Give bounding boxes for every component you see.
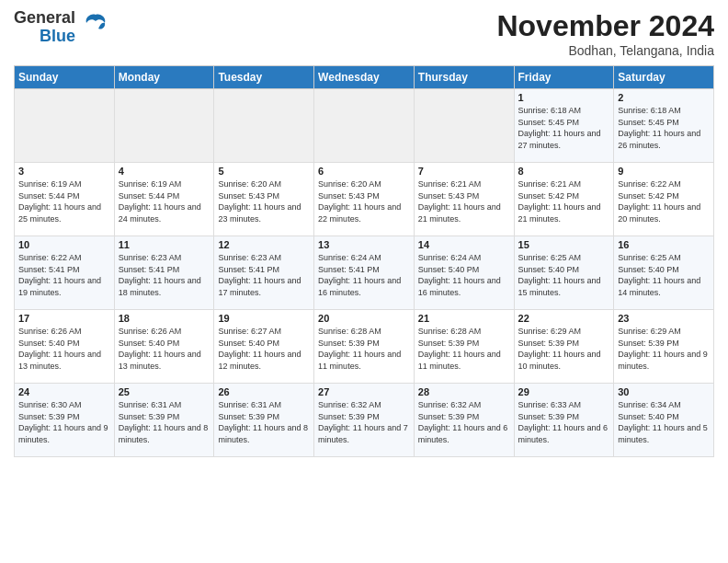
day-info: Sunrise: 6:18 AM Sunset: 5:45 PM Dayligh…: [618, 105, 710, 151]
day-number: 21: [418, 313, 510, 324]
col-wednesday: Wednesday: [314, 66, 415, 89]
calendar-cell: 18Sunrise: 6:26 AM Sunset: 5:40 PM Dayli…: [114, 310, 214, 384]
calendar-cell: 13Sunrise: 6:24 AM Sunset: 5:41 PM Dayli…: [314, 236, 415, 310]
day-number: 23: [618, 313, 710, 324]
col-monday: Monday: [114, 66, 214, 89]
calendar-cell: [15, 89, 115, 163]
calendar-cell: 25Sunrise: 6:31 AM Sunset: 5:39 PM Dayli…: [114, 384, 214, 457]
day-info: Sunrise: 6:18 AM Sunset: 5:45 PM Dayligh…: [518, 105, 610, 151]
calendar-cell: 17Sunrise: 6:26 AM Sunset: 5:40 PM Dayli…: [15, 310, 115, 384]
location: Bodhan, Telangana, India: [496, 43, 714, 58]
calendar-cell: 30Sunrise: 6:34 AM Sunset: 5:40 PM Dayli…: [614, 384, 714, 457]
calendar-cell: 14Sunrise: 6:24 AM Sunset: 5:40 PM Dayli…: [414, 236, 514, 310]
day-number: 19: [218, 313, 310, 324]
day-number: 8: [518, 166, 610, 177]
day-number: 20: [318, 313, 410, 324]
day-number: 16: [618, 239, 710, 250]
day-number: 24: [18, 386, 110, 397]
logo-general: General: [14, 9, 75, 28]
calendar-week-2: 3Sunrise: 6:19 AM Sunset: 5:44 PM Daylig…: [15, 163, 714, 236]
day-number: 11: [119, 239, 210, 250]
calendar-cell: 3Sunrise: 6:19 AM Sunset: 5:44 PM Daylig…: [15, 163, 115, 236]
calendar-cell: 15Sunrise: 6:25 AM Sunset: 5:40 PM Dayli…: [514, 236, 614, 310]
calendar-table: Sunday Monday Tuesday Wednesday Thursday…: [14, 65, 714, 457]
day-info: Sunrise: 6:20 AM Sunset: 5:43 PM Dayligh…: [318, 178, 410, 224]
calendar-cell: 24Sunrise: 6:30 AM Sunset: 5:39 PM Dayli…: [15, 384, 115, 457]
calendar-week-5: 24Sunrise: 6:30 AM Sunset: 5:39 PM Dayli…: [15, 384, 714, 457]
day-info: Sunrise: 6:34 AM Sunset: 5:40 PM Dayligh…: [618, 399, 710, 445]
calendar-cell: [314, 89, 415, 163]
day-info: Sunrise: 6:20 AM Sunset: 5:43 PM Dayligh…: [218, 178, 310, 224]
day-number: 5: [218, 166, 310, 177]
day-number: 1: [518, 92, 610, 103]
day-info: Sunrise: 6:32 AM Sunset: 5:39 PM Dayligh…: [318, 399, 410, 445]
col-tuesday: Tuesday: [214, 66, 314, 89]
calendar-header-row: Sunday Monday Tuesday Wednesday Thursday…: [15, 66, 714, 89]
calendar-cell: 4Sunrise: 6:19 AM Sunset: 5:44 PM Daylig…: [114, 163, 214, 236]
calendar-cell: 19Sunrise: 6:27 AM Sunset: 5:40 PM Dayli…: [214, 310, 314, 384]
header: General Blue November 2024 Bodhan, Telan…: [14, 9, 714, 58]
calendar-cell: 12Sunrise: 6:23 AM Sunset: 5:41 PM Dayli…: [214, 236, 314, 310]
calendar-week-1: 1Sunrise: 6:18 AM Sunset: 5:45 PM Daylig…: [15, 89, 714, 163]
day-info: Sunrise: 6:21 AM Sunset: 5:42 PM Dayligh…: [518, 178, 610, 224]
calendar-cell: 1Sunrise: 6:18 AM Sunset: 5:45 PM Daylig…: [514, 89, 614, 163]
calendar-cell: 26Sunrise: 6:31 AM Sunset: 5:39 PM Dayli…: [214, 384, 314, 457]
day-info: Sunrise: 6:29 AM Sunset: 5:39 PM Dayligh…: [518, 326, 610, 372]
calendar-cell: 10Sunrise: 6:22 AM Sunset: 5:41 PM Dayli…: [15, 236, 115, 310]
day-number: 17: [18, 313, 110, 324]
day-number: 4: [119, 166, 210, 177]
calendar-cell: 5Sunrise: 6:20 AM Sunset: 5:43 PM Daylig…: [214, 163, 314, 236]
day-info: Sunrise: 6:22 AM Sunset: 5:41 PM Dayligh…: [18, 252, 110, 298]
page: General Blue November 2024 Bodhan, Telan…: [0, 0, 728, 563]
day-number: 3: [18, 166, 110, 177]
day-info: Sunrise: 6:26 AM Sunset: 5:40 PM Dayligh…: [18, 326, 110, 372]
day-number: 29: [518, 386, 610, 397]
day-number: 27: [318, 386, 410, 397]
calendar-cell: 7Sunrise: 6:21 AM Sunset: 5:43 PM Daylig…: [414, 163, 514, 236]
calendar-cell: 2Sunrise: 6:18 AM Sunset: 5:45 PM Daylig…: [614, 89, 714, 163]
day-info: Sunrise: 6:31 AM Sunset: 5:39 PM Dayligh…: [119, 399, 210, 445]
day-number: 25: [119, 386, 210, 397]
day-number: 28: [418, 386, 510, 397]
calendar-cell: 6Sunrise: 6:20 AM Sunset: 5:43 PM Daylig…: [314, 163, 415, 236]
calendar-cell: 9Sunrise: 6:22 AM Sunset: 5:42 PM Daylig…: [614, 163, 714, 236]
calendar-cell: 22Sunrise: 6:29 AM Sunset: 5:39 PM Dayli…: [514, 310, 614, 384]
day-number: 10: [18, 239, 110, 250]
day-info: Sunrise: 6:33 AM Sunset: 5:39 PM Dayligh…: [518, 399, 610, 445]
day-info: Sunrise: 6:25 AM Sunset: 5:40 PM Dayligh…: [618, 252, 710, 298]
calendar-cell: 20Sunrise: 6:28 AM Sunset: 5:39 PM Dayli…: [314, 310, 415, 384]
calendar-cell: [414, 89, 514, 163]
col-friday: Friday: [514, 66, 614, 89]
col-sunday: Sunday: [15, 66, 115, 89]
day-info: Sunrise: 6:23 AM Sunset: 5:41 PM Dayligh…: [218, 252, 310, 298]
day-info: Sunrise: 6:32 AM Sunset: 5:39 PM Dayligh…: [418, 399, 510, 445]
calendar-cell: [214, 89, 314, 163]
day-info: Sunrise: 6:28 AM Sunset: 5:39 PM Dayligh…: [418, 326, 510, 372]
day-info: Sunrise: 6:19 AM Sunset: 5:44 PM Dayligh…: [119, 178, 210, 224]
day-number: 18: [119, 313, 210, 324]
calendar-cell: 21Sunrise: 6:28 AM Sunset: 5:39 PM Dayli…: [414, 310, 514, 384]
day-number: 30: [618, 386, 710, 397]
calendar-cell: 27Sunrise: 6:32 AM Sunset: 5:39 PM Dayli…: [314, 384, 415, 457]
title-area: November 2024 Bodhan, Telangana, India: [496, 9, 714, 58]
calendar-week-4: 17Sunrise: 6:26 AM Sunset: 5:40 PM Dayli…: [15, 310, 714, 384]
calendar-week-3: 10Sunrise: 6:22 AM Sunset: 5:41 PM Dayli…: [15, 236, 714, 310]
day-info: Sunrise: 6:29 AM Sunset: 5:39 PM Dayligh…: [618, 326, 710, 372]
day-number: 12: [218, 239, 310, 250]
day-info: Sunrise: 6:25 AM Sunset: 5:40 PM Dayligh…: [518, 252, 610, 298]
calendar-cell: 8Sunrise: 6:21 AM Sunset: 5:42 PM Daylig…: [514, 163, 614, 236]
day-number: 26: [218, 386, 310, 397]
day-number: 9: [618, 166, 710, 177]
day-number: 14: [418, 239, 510, 250]
day-info: Sunrise: 6:26 AM Sunset: 5:40 PM Dayligh…: [119, 326, 210, 372]
logo-bird-icon: [82, 10, 109, 41]
day-info: Sunrise: 6:22 AM Sunset: 5:42 PM Dayligh…: [618, 178, 710, 224]
day-number: 2: [618, 92, 710, 103]
day-info: Sunrise: 6:21 AM Sunset: 5:43 PM Dayligh…: [418, 178, 510, 224]
calendar-cell: 29Sunrise: 6:33 AM Sunset: 5:39 PM Dayli…: [514, 384, 614, 457]
day-info: Sunrise: 6:24 AM Sunset: 5:40 PM Dayligh…: [418, 252, 510, 298]
day-number: 7: [418, 166, 510, 177]
day-info: Sunrise: 6:28 AM Sunset: 5:39 PM Dayligh…: [318, 326, 410, 372]
day-info: Sunrise: 6:30 AM Sunset: 5:39 PM Dayligh…: [18, 399, 110, 445]
month-title: November 2024: [496, 9, 714, 43]
